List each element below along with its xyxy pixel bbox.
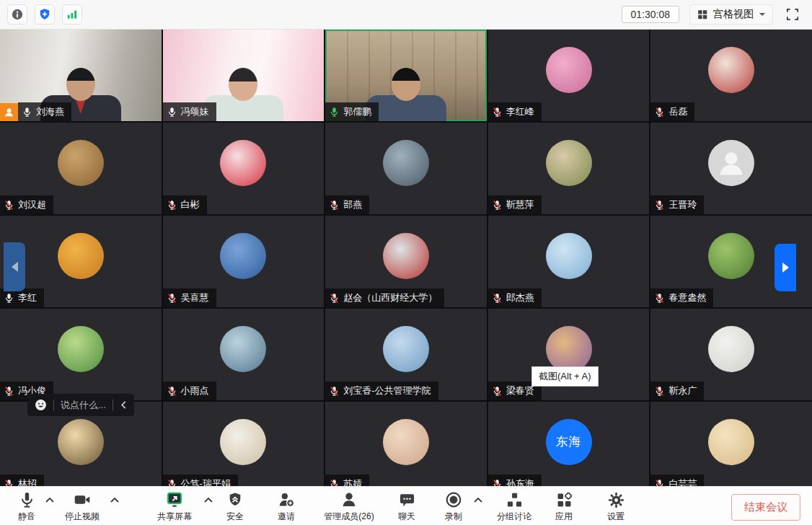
divider <box>53 400 54 411</box>
participant-tile[interactable]: 刘汉超 <box>0 123 162 214</box>
mic-status-icon <box>654 107 665 118</box>
participant-tile[interactable]: 冯颂妹 <box>163 30 325 121</box>
participant-name-badge: 李红峰 <box>488 102 542 121</box>
participant-avatar <box>58 419 104 465</box>
toolbar-stop-video-label: 停止视频 <box>65 511 100 523</box>
avatar-initials: 东海 <box>556 433 582 450</box>
top-left-icons <box>7 4 82 25</box>
previous-page-arrow[interactable] <box>4 242 25 291</box>
toolbar-stop-video-button[interactable]: 停止视频 <box>56 490 108 523</box>
meeting-timer: 01:30:08 <box>622 6 680 23</box>
network-signal-icon[interactable] <box>62 4 82 25</box>
participant-tile[interactable]: 白芸芸 <box>650 402 812 493</box>
participant-avatar <box>383 419 429 465</box>
members-icon <box>340 490 358 509</box>
participant-tile[interactable]: 赵会（山西财经大学） <box>325 216 487 307</box>
participant-avatar <box>383 140 429 186</box>
mic-status-icon <box>492 200 503 211</box>
toolbar-share-screen-button[interactable]: 共享屏幕 <box>147 490 202 523</box>
toolbar-record-button[interactable]: 录制 <box>436 490 472 523</box>
participant-avatar <box>220 233 266 279</box>
chevron-left-icon <box>12 262 18 272</box>
participant-tile[interactable]: 冯小俊 <box>0 309 162 400</box>
participant-name-badge: 刘海燕 <box>18 102 71 121</box>
meeting-info-icon[interactable] <box>7 4 27 25</box>
collapse-chat-icon[interactable] <box>120 400 127 410</box>
participant-tile[interactable]: 岳磊 <box>650 30 812 121</box>
toolbar-mute-chevron-icon[interactable] <box>43 490 56 509</box>
participant-tile[interactable]: 郎杰燕 <box>488 216 650 307</box>
participant-avatar <box>383 326 429 372</box>
record-icon <box>444 490 463 509</box>
toolbar-settings-label: 设置 <box>607 511 625 523</box>
participant-tile[interactable]: 刘海燕 <box>0 30 162 121</box>
participant-tile[interactable]: 郭儒鹏 <box>325 30 487 121</box>
chat-input[interactable]: 说点什么... <box>61 399 106 412</box>
participant-avatar <box>220 140 266 186</box>
participant-tile[interactable]: 靳慧萍 <box>488 123 650 214</box>
toolbar-invite-button[interactable]: 邀请 <box>261 490 312 523</box>
chat-bubble-icon <box>398 490 416 509</box>
toolbar-record-chevron-icon[interactable] <box>472 490 485 509</box>
toolbar-share-screen-label: 共享屏幕 <box>157 511 192 523</box>
toolbar-security-label: 安全 <box>226 511 244 523</box>
toolbar-mute-button[interactable]: 静音 <box>10 490 43 523</box>
participant-tile[interactable]: 李红峰 <box>488 30 650 121</box>
chevron-right-icon <box>782 262 789 273</box>
participant-name: 靳永广 <box>668 384 697 397</box>
participant-name: 吴喜慧 <box>181 291 209 304</box>
mic-status-icon <box>167 107 177 118</box>
toolbar-apps-button[interactable]: 应用 <box>544 490 584 523</box>
toolbar-security-button[interactable]: 安全 <box>215 490 255 523</box>
participant-name-badge: 白彬 <box>163 195 207 214</box>
toolbar-manage-members-button[interactable]: 管理成员(26) <box>312 490 387 523</box>
participant-avatar <box>546 326 592 372</box>
participant-tile[interactable]: 靳永广 <box>650 309 812 400</box>
participant-tile[interactable]: 王晋玲 <box>650 123 812 214</box>
breakout-rooms-icon <box>506 490 524 509</box>
view-mode-button[interactable]: 宫格视图 <box>689 4 773 25</box>
participant-tile[interactable]: 白彬 <box>163 123 325 214</box>
participant-name-badge: 王晋玲 <box>650 195 704 214</box>
participant-name-badge: 刘宝香-公共管理学院 <box>325 381 438 400</box>
participant-avatar <box>220 419 266 465</box>
participant-tile[interactable]: 部燕 <box>325 123 487 214</box>
share-screen-icon <box>165 490 184 509</box>
participant-name: 王晋玲 <box>668 198 697 211</box>
participant-name: 梁春贤 <box>506 384 534 397</box>
mic-status-icon <box>492 293 503 304</box>
participant-grid: 刘海燕 冯颂妹 郭儒鹏 李红峰 岳磊 刘汉超 白彬 部燕 <box>0 30 812 493</box>
participant-avatar <box>58 326 104 372</box>
participant-avatar <box>546 140 592 186</box>
mic-status-icon <box>329 200 340 211</box>
participant-tile[interactable]: 刘宝香-公共管理学院 <box>325 309 487 400</box>
mic-status-icon <box>654 200 665 211</box>
shield-protect-icon[interactable] <box>35 4 55 25</box>
toolbar-breakout-button[interactable]: 分组讨论 <box>485 490 544 523</box>
emoji-smile-icon[interactable] <box>35 399 47 411</box>
participant-avatar <box>546 47 592 93</box>
participant-name: 刘海燕 <box>36 105 64 118</box>
participant-name: 赵会（山西财经大学） <box>343 291 437 304</box>
toolbar-stop-video-chevron-icon[interactable] <box>108 490 121 509</box>
toolbar-share-screen-chevron-icon[interactable] <box>202 490 215 509</box>
participant-name: 靳慧萍 <box>506 198 534 211</box>
mic-status-icon <box>4 200 14 211</box>
participant-tile[interactable]: 公笃-瑞平娟 <box>163 402 325 493</box>
toolbar-settings-button[interactable]: 设置 <box>596 490 636 523</box>
participant-name-badge: 刘汉超 <box>0 195 53 214</box>
toolbar-chat-button[interactable]: 聊天 <box>387 490 427 523</box>
next-page-arrow[interactable] <box>775 244 796 291</box>
end-meeting-button[interactable]: 结束会议 <box>731 494 800 521</box>
toolbar-invite-label: 邀请 <box>278 511 295 523</box>
mic-status-icon <box>22 107 32 118</box>
mic-status-icon <box>492 107 503 118</box>
fullscreen-icon[interactable] <box>783 5 802 24</box>
host-badge-icon <box>0 103 18 121</box>
meeting-window: 01:30:08 宫格视图 刘海燕 冯颂妹 郭儒鹏 李红峰 <box>0 0 812 525</box>
participant-tile[interactable]: 东海 孙东海 <box>488 402 650 493</box>
participant-tile[interactable]: 小雨点 <box>163 309 325 400</box>
participant-tile[interactable]: 吴喜慧 <box>163 216 325 307</box>
participant-tile[interactable]: 苏婧 <box>325 402 487 493</box>
participant-avatar: 东海 <box>546 419 592 465</box>
